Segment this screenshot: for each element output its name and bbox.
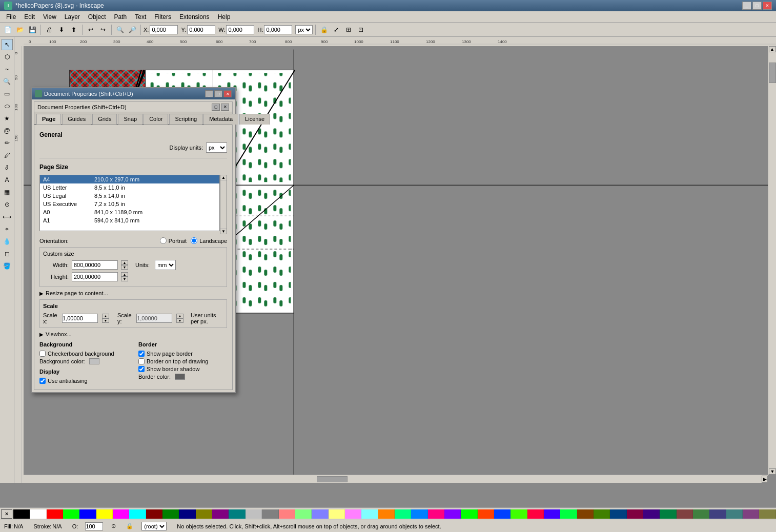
color-swatch[interactable] [30, 509, 46, 519]
color-swatch[interactable] [527, 509, 544, 519]
zoom-tool[interactable]: 🔍 [2, 76, 13, 87]
pss-down[interactable]: ▼ [220, 229, 227, 234]
color-swatch[interactable] [229, 509, 245, 519]
color-swatch[interactable] [13, 509, 30, 519]
dialog-maximize-button[interactable]: □ [214, 90, 222, 97]
menu-path[interactable]: Path [110, 12, 131, 22]
eraser-tool[interactable]: ◻ [2, 248, 13, 259]
print-button[interactable]: 🖨 [44, 24, 55, 35]
color-swatch[interactable] [146, 509, 162, 519]
lock-button[interactable]: 🔒 [318, 24, 330, 35]
scroll-right-button[interactable]: ▶ [762, 476, 768, 483]
dropper-tool[interactable]: ⊙ [2, 199, 13, 210]
scale-x-down[interactable]: ▼ [102, 318, 109, 323]
menu-view[interactable]: View [39, 12, 60, 22]
width-up[interactable]: ▲ [121, 260, 128, 265]
menu-edit[interactable]: Edit [20, 12, 39, 22]
scroll-thumb-h[interactable] [317, 476, 348, 482]
color-swatch[interactable] [96, 509, 113, 519]
color-swatch[interactable] [295, 509, 312, 519]
page-size-us-legal[interactable]: US Legal 8,5 x 14,0 in [40, 192, 219, 200]
height-spinner[interactable]: ▲ ▼ [121, 272, 128, 281]
color-swatch[interactable] [279, 509, 295, 519]
calligraphy-tool[interactable]: ∂ [2, 162, 13, 173]
show-page-border-checkbox[interactable] [138, 351, 145, 357]
height-up[interactable]: ▲ [121, 272, 128, 277]
viewbox-row[interactable]: ▶ Viewbox... [39, 331, 227, 337]
zoom-in-button[interactable]: 🔍 [114, 24, 126, 35]
color-swatch[interactable] [510, 509, 527, 519]
color-swatch[interactable] [428, 509, 444, 519]
pencil-tool[interactable]: ✏ [2, 137, 13, 149]
bg-color-swatch[interactable] [89, 358, 99, 364]
resize-page-label[interactable]: Resize page to content... [46, 290, 108, 296]
horizontal-scrollbar[interactable]: ◀ ▶ [14, 475, 768, 483]
node-tool[interactable]: ⬡ [2, 51, 13, 63]
undo-button[interactable]: ↩ [85, 24, 96, 35]
dialog-header-btn2[interactable]: ✕ [221, 104, 229, 111]
page-size-a0[interactable]: A0 841,0 x 1189,0 mm [40, 208, 219, 216]
display-units-select[interactable]: px mm cm in [206, 142, 227, 153]
text-tool[interactable]: A [2, 174, 13, 186]
no-color-swatch[interactable]: ✕ [1, 509, 12, 519]
tab-scripting[interactable]: Scripting [169, 114, 202, 125]
vertical-scrollbar[interactable]: ▲ ▼ [768, 46, 776, 475]
color-swatch[interactable] [444, 509, 461, 519]
pss-up[interactable]: ▲ [220, 175, 227, 180]
tab-grids[interactable]: Grids [92, 114, 117, 125]
scale-y-up[interactable]: ▲ [176, 314, 183, 318]
menu-text[interactable]: Text [131, 12, 150, 22]
color-swatch[interactable] [726, 509, 743, 519]
border-on-top-checkbox[interactable] [138, 358, 145, 364]
star-tool[interactable]: ★ [2, 113, 13, 124]
height-down[interactable]: ▼ [121, 277, 128, 281]
tab-snap[interactable]: Snap [118, 114, 142, 125]
maximize-button[interactable]: □ [752, 2, 762, 10]
save-button[interactable]: 💾 [27, 24, 38, 35]
checkerboard-checkbox[interactable] [39, 351, 46, 357]
scale-y-down[interactable]: ▼ [176, 318, 183, 323]
gradient-tool[interactable]: ▦ [2, 187, 13, 198]
rect-tool[interactable]: ▭ [2, 88, 13, 99]
opacity-input[interactable] [85, 522, 103, 530]
minimize-button[interactable]: _ [742, 2, 751, 10]
spray-tool[interactable]: 💧 [2, 236, 13, 247]
color-swatch[interactable] [47, 509, 63, 519]
menu-extensions[interactable]: Extensions [175, 12, 214, 22]
close-button[interactable]: ✕ [763, 2, 772, 10]
dialog-minimize-button[interactable]: _ [205, 90, 213, 97]
color-swatch[interactable] [643, 509, 660, 519]
zoom-out-button[interactable]: 🔎 [127, 24, 138, 35]
menu-file[interactable]: File [2, 12, 20, 22]
width-down[interactable]: ▼ [121, 265, 128, 270]
tab-color[interactable]: Color [144, 114, 168, 125]
import-button[interactable]: ⬇ [56, 24, 67, 35]
scale-x-input[interactable] [62, 314, 98, 323]
page-size-a1[interactable]: A1 594,0 x 841,0 mm [40, 216, 219, 224]
color-swatch[interactable] [494, 509, 510, 519]
width-spinner[interactable]: ▲ ▼ [121, 260, 128, 270]
new-button[interactable]: 📄 [2, 24, 13, 35]
color-swatch[interactable] [361, 509, 378, 519]
color-swatch[interactable] [660, 509, 676, 519]
height-input[interactable] [72, 272, 118, 281]
color-swatch[interactable] [610, 509, 626, 519]
page-size-us-executive[interactable]: US Executive 7,2 x 10,5 in [40, 200, 219, 208]
color-swatch[interactable] [196, 509, 212, 519]
portrait-radio[interactable] [160, 237, 167, 244]
measure-tool[interactable]: ⌖ [2, 223, 13, 235]
color-swatch[interactable] [627, 509, 643, 519]
menu-object[interactable]: Object [84, 12, 110, 22]
color-swatch[interactable] [743, 509, 759, 519]
landscape-option[interactable]: Landscape [191, 237, 227, 244]
color-swatch[interactable] [709, 509, 726, 519]
w-input[interactable] [226, 25, 254, 34]
color-swatch[interactable] [63, 509, 79, 519]
page-size-scrollbar[interactable]: ▲ ▼ [220, 175, 227, 234]
x-input[interactable] [150, 25, 178, 34]
pen-tool[interactable]: 🖊 [2, 150, 13, 161]
color-swatch[interactable] [329, 509, 345, 519]
antialiasing-checkbox[interactable] [39, 378, 46, 384]
scale-y-spinner[interactable]: ▲ ▼ [176, 314, 183, 323]
dialog-close-button[interactable]: ✕ [223, 90, 232, 97]
